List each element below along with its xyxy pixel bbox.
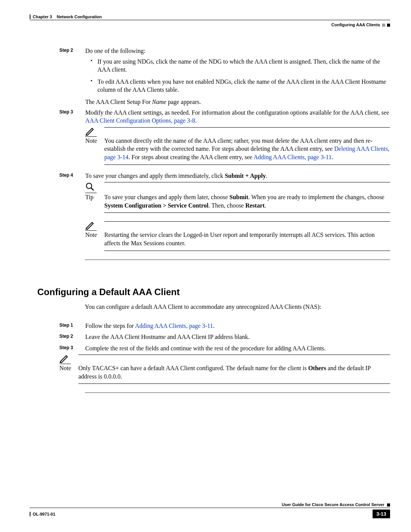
bold-text: System Configuration > Service Control [104,202,209,209]
step-body: To save your changes and apply them imme… [85,172,390,251]
magnifier-icon [85,182,95,192]
doc-number: OL-9971-01 [30,512,55,516]
step-body: Leave the AAA Client Hostname and AAA Cl… [85,333,390,341]
step-body: Do one of the following: If you are usin… [85,47,390,109]
note-icon-cell [59,355,78,364]
step-body: Follow the steps for Adding AAA Clients,… [85,322,390,330]
step-label: Step 1 [59,322,85,330]
text: . [264,202,266,209]
note-body: Note Restarting the service clears the L… [85,231,390,251]
tip-label: Tip [85,193,104,213]
header-rule [30,20,390,20]
step-label: Step 3 [59,109,85,165]
tip-icon-cell [85,182,104,193]
running-header-left: Chapter 3 Network Configuration [30,14,102,19]
section-divider [85,259,390,260]
admon-rule [104,127,390,137]
cross-reference-link[interactable]: Adding AAA Clients, page 3-11 [135,323,213,329]
list-item: To edit AAA clients when you have not en… [89,78,390,94]
step-label: Step 4 [59,172,85,251]
page-number: 3-13 [373,510,390,518]
svg-point-0 [86,183,92,189]
pencil-icon [85,127,95,136]
page: Chapter 3 Network Configuration Configur… [0,0,411,532]
step-text: Complete the rest of the fields and cont… [85,344,390,353]
pencil-icon [59,355,69,363]
step-label: Step 2 [59,47,85,109]
text: page appears. [166,99,201,105]
chapter-number: Chapter 3 [33,14,52,19]
step-text: To save your changes and apply them imme… [85,172,390,180]
tip-admonition [85,182,390,193]
note-admonition [85,127,390,137]
guide-title: User Guide for Cisco Secure Access Contr… [30,502,390,507]
text: . [266,173,267,179]
note-label: Note [59,364,78,384]
text: . [213,323,215,329]
note-text: Restarting the service clears the Logged… [104,231,390,251]
note-text: You cannot directly edit the name of the… [104,137,390,165]
note-icon-cell [85,127,104,137]
text: . Then, choose [209,202,245,209]
bold-text: Submit [229,194,249,200]
text: . [331,154,333,160]
header-square-icon [387,24,390,27]
step-result: The AAA Client Setup For Name page appea… [85,98,390,106]
admon-rule [78,355,390,364]
running-header: Chapter 3 Network Configuration [30,14,390,19]
running-header-right: Configuring AAA Clients [30,22,390,27]
step-text: Modify the AAA client settings, as neede… [85,109,390,125]
text: User Guide for Cisco Secure Access Contr… [282,502,384,507]
note-body: Note You cannot directly edit the name o… [85,137,390,165]
admon-rule [104,221,390,231]
cross-reference-link[interactable]: Adding AAA Clients, page 3-11 [253,154,331,160]
text: The AAA Client Setup For [85,99,152,105]
note-admonition [59,355,390,364]
italic-text: Name [152,99,166,105]
chapter-title: Network Configuration [57,14,102,19]
cross-reference-link[interactable]: AAA Client Configuration Options, page 3… [85,117,195,124]
bold-text: Restart [245,202,265,209]
section-divider [85,392,390,393]
procedure-steps: Step 2 Do one of the following: If you a… [59,47,390,251]
text: Modify the AAA client settings, as neede… [85,109,389,116]
page-footer: User Guide for Cisco Secure Access Contr… [30,502,390,518]
footer-row: OL-9971-01 3-13 [30,510,390,518]
text: To save your changes and apply them imme… [85,173,225,179]
tip-text: To save your changes and apply them late… [104,193,390,213]
bullet-list: If you are using NDGs, click the name of… [89,58,390,94]
pencil-icon [85,221,95,230]
footer-rule [30,508,390,508]
text: To save your changes and apply them late… [104,194,229,200]
text: . [195,117,197,124]
svg-line-1 [91,188,94,190]
tip-body: Tip To save your changes and apply them … [85,193,390,213]
note-icon-cell [85,221,104,231]
note-body: Note Only TACACS+ can have a default AAA… [59,364,390,384]
admon-rule [104,182,390,193]
section-name: Configuring AAA Clients [331,22,380,27]
footer-square-icon [387,503,390,506]
text: . For steps about creating the AAA clien… [129,154,254,160]
header-square-icon [382,24,385,27]
section-intro: You can configure a default AAA Client t… [85,304,390,310]
note-admonition [85,221,390,231]
section-heading: Configuring a Default AAA Client [37,287,390,297]
step-body: Modify the AAA client settings, as neede… [85,109,390,165]
page-content: Step 2 Do one of the following: If you a… [30,47,390,393]
list-item: If you are using NDGs, click the name of… [89,58,390,74]
note-label: Note [85,231,104,251]
text: . When you are ready to implement the ch… [249,194,384,200]
procedure-steps: Step 1 Follow the steps for Adding AAA C… [59,322,390,384]
text: Follow the steps for [85,323,135,329]
step-body: Complete the rest of the fields and cont… [85,344,390,384]
bold-text: Others [308,365,326,371]
note-text: Only TACACS+ can have a default AAA Clie… [78,364,390,384]
text: Only TACACS+ can have a default AAA Clie… [78,365,308,371]
step-intro: Do one of the following: [85,47,390,55]
step-label: Step 2 [59,333,85,341]
text: You cannot directly edit the name of the… [104,137,373,152]
note-label: Note [85,137,104,165]
bold-text: Submit + Apply [225,173,266,179]
